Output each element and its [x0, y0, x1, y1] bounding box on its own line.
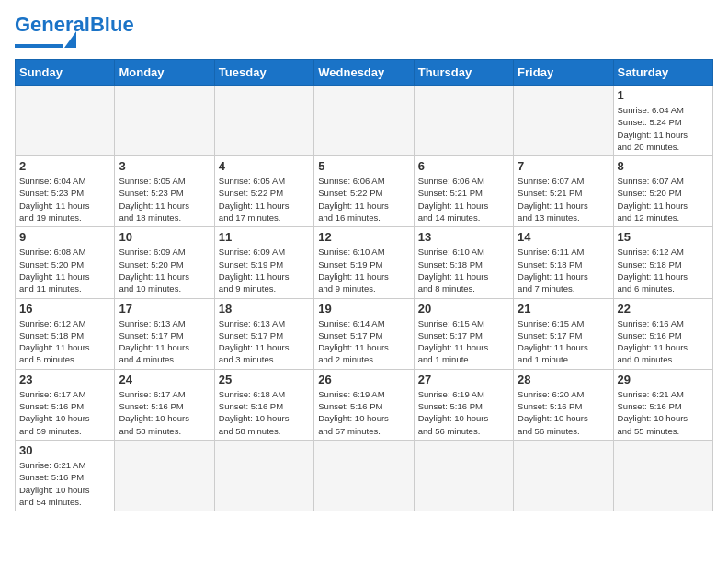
day-number: 5 — [318, 159, 409, 173]
day-number: 8 — [618, 159, 709, 173]
day-number: 29 — [618, 373, 709, 386]
calendar-day-empty — [115, 86, 214, 156]
day-number: 4 — [219, 159, 310, 173]
day-info: Sunrise: 6:17 AM Sunset: 5:16 PM Dayligh… — [19, 388, 110, 437]
calendar-day-26: 26Sunrise: 6:19 AM Sunset: 5:16 PM Dayli… — [314, 369, 414, 440]
day-info: Sunrise: 6:10 AM Sunset: 5:19 PM Dayligh… — [318, 246, 409, 294]
day-info: Sunrise: 6:13 AM Sunset: 5:17 PM Dayligh… — [119, 317, 210, 366]
calendar-day-21: 21Sunrise: 6:15 AM Sunset: 5:17 PM Dayli… — [514, 298, 613, 369]
calendar-day-11: 11Sunrise: 6:09 AM Sunset: 5:19 PM Dayli… — [214, 227, 313, 298]
calendar-day-28: 28Sunrise: 6:20 AM Sunset: 5:16 PM Dayli… — [514, 369, 613, 440]
calendar-day-1: 1Sunrise: 6:04 AM Sunset: 5:24 PM Daylig… — [613, 86, 712, 156]
calendar-day-18: 18Sunrise: 6:13 AM Sunset: 5:17 PM Dayli… — [214, 298, 313, 369]
day-info: Sunrise: 6:21 AM Sunset: 5:16 PM Dayligh… — [618, 388, 709, 437]
calendar-day-2: 2Sunrise: 6:04 AM Sunset: 5:23 PM Daylig… — [16, 156, 115, 227]
day-number: 22 — [618, 302, 709, 316]
calendar-day-17: 17Sunrise: 6:13 AM Sunset: 5:17 PM Dayli… — [115, 298, 214, 369]
logo-blue: Blue — [90, 13, 134, 36]
calendar-day-empty — [414, 86, 513, 156]
calendar-day-24: 24Sunrise: 6:17 AM Sunset: 5:16 PM Dayli… — [115, 369, 214, 440]
calendar-day-empty — [214, 440, 313, 511]
day-number: 30 — [19, 443, 110, 457]
day-info: Sunrise: 6:19 AM Sunset: 5:16 PM Dayligh… — [418, 388, 509, 437]
calendar-week-row: 23Sunrise: 6:17 AM Sunset: 5:16 PM Dayli… — [16, 369, 713, 440]
day-info: Sunrise: 6:14 AM Sunset: 5:17 PM Dayligh… — [318, 317, 409, 366]
calendar-week-row: 2Sunrise: 6:04 AM Sunset: 5:23 PM Daylig… — [16, 156, 713, 227]
calendar-day-10: 10Sunrise: 6:09 AM Sunset: 5:20 PM Dayli… — [115, 227, 214, 298]
day-info: Sunrise: 6:19 AM Sunset: 5:16 PM Dayligh… — [318, 388, 409, 437]
day-info: Sunrise: 6:06 AM Sunset: 5:21 PM Dayligh… — [418, 175, 509, 224]
day-number: 15 — [618, 230, 709, 244]
calendar-day-9: 9Sunrise: 6:08 AM Sunset: 5:20 PM Daylig… — [16, 227, 115, 298]
day-info: Sunrise: 6:09 AM Sunset: 5:20 PM Dayligh… — [119, 246, 210, 294]
day-info: Sunrise: 6:05 AM Sunset: 5:23 PM Dayligh… — [119, 175, 210, 224]
calendar-day-25: 25Sunrise: 6:18 AM Sunset: 5:16 PM Dayli… — [214, 369, 313, 440]
calendar-day-empty — [514, 86, 613, 156]
day-info: Sunrise: 6:20 AM Sunset: 5:16 PM Dayligh… — [518, 388, 609, 437]
calendar-week-row: 9Sunrise: 6:08 AM Sunset: 5:20 PM Daylig… — [16, 227, 713, 298]
day-number: 6 — [418, 159, 509, 173]
calendar-day-5: 5Sunrise: 6:06 AM Sunset: 5:22 PM Daylig… — [314, 156, 414, 227]
weekday-header-row: SundayMondayTuesdayWednesdayThursdayFrid… — [16, 60, 713, 86]
logo-triangle — [64, 31, 76, 48]
calendar-day-12: 12Sunrise: 6:10 AM Sunset: 5:19 PM Dayli… — [314, 227, 414, 298]
day-number: 14 — [518, 230, 609, 244]
calendar-day-14: 14Sunrise: 6:11 AM Sunset: 5:18 PM Dayli… — [514, 227, 613, 298]
day-info: Sunrise: 6:21 AM Sunset: 5:16 PM Dayligh… — [19, 459, 110, 508]
calendar-day-7: 7Sunrise: 6:07 AM Sunset: 5:21 PM Daylig… — [514, 156, 613, 227]
calendar-day-empty — [414, 440, 513, 511]
day-info: Sunrise: 6:04 AM Sunset: 5:24 PM Dayligh… — [618, 104, 709, 153]
day-info: Sunrise: 6:05 AM Sunset: 5:22 PM Dayligh… — [219, 175, 310, 224]
day-number: 20 — [418, 302, 509, 316]
day-info: Sunrise: 6:09 AM Sunset: 5:19 PM Dayligh… — [219, 246, 310, 294]
day-number: 27 — [418, 373, 509, 386]
calendar-day-8: 8Sunrise: 6:07 AM Sunset: 5:20 PM Daylig… — [613, 156, 712, 227]
day-number: 11 — [219, 230, 310, 244]
day-info: Sunrise: 6:10 AM Sunset: 5:18 PM Dayligh… — [418, 246, 509, 294]
calendar-day-29: 29Sunrise: 6:21 AM Sunset: 5:16 PM Dayli… — [613, 369, 712, 440]
day-info: Sunrise: 6:06 AM Sunset: 5:22 PM Dayligh… — [318, 175, 409, 224]
calendar-day-empty — [314, 440, 414, 511]
calendar-week-row: 1Sunrise: 6:04 AM Sunset: 5:24 PM Daylig… — [16, 86, 713, 156]
day-info: Sunrise: 6:15 AM Sunset: 5:17 PM Dayligh… — [418, 317, 509, 366]
day-number: 7 — [518, 159, 609, 173]
weekday-header-wednesday: Wednesday — [314, 60, 414, 86]
day-info: Sunrise: 6:16 AM Sunset: 5:16 PM Dayligh… — [618, 317, 709, 366]
calendar-day-empty — [214, 86, 313, 156]
day-info: Sunrise: 6:07 AM Sunset: 5:20 PM Dayligh… — [618, 175, 709, 224]
calendar-day-22: 22Sunrise: 6:16 AM Sunset: 5:16 PM Dayli… — [613, 298, 712, 369]
weekday-header-sunday: Sunday — [16, 60, 115, 86]
calendar-day-4: 4Sunrise: 6:05 AM Sunset: 5:22 PM Daylig… — [214, 156, 313, 227]
calendar-day-30: 30Sunrise: 6:21 AM Sunset: 5:16 PM Dayli… — [16, 440, 115, 511]
day-number: 28 — [518, 373, 609, 386]
day-number: 19 — [318, 302, 409, 316]
day-info: Sunrise: 6:13 AM Sunset: 5:17 PM Dayligh… — [219, 317, 310, 366]
day-info: Sunrise: 6:04 AM Sunset: 5:23 PM Dayligh… — [19, 175, 110, 224]
calendar-day-3: 3Sunrise: 6:05 AM Sunset: 5:23 PM Daylig… — [115, 156, 214, 227]
calendar-day-empty — [314, 86, 414, 156]
calendar-day-empty — [514, 440, 613, 511]
calendar-day-16: 16Sunrise: 6:12 AM Sunset: 5:18 PM Dayli… — [16, 298, 115, 369]
calendar-week-row: 16Sunrise: 6:12 AM Sunset: 5:18 PM Dayli… — [16, 298, 713, 369]
weekday-header-friday: Friday — [514, 60, 613, 86]
calendar-day-empty — [613, 440, 712, 511]
logo-underline — [15, 44, 63, 48]
calendar-day-15: 15Sunrise: 6:12 AM Sunset: 5:18 PM Dayli… — [613, 227, 712, 298]
day-number: 3 — [119, 159, 210, 173]
calendar-day-20: 20Sunrise: 6:15 AM Sunset: 5:17 PM Dayli… — [414, 298, 513, 369]
weekday-header-monday: Monday — [115, 60, 214, 86]
day-number: 25 — [219, 373, 310, 386]
day-info: Sunrise: 6:07 AM Sunset: 5:21 PM Dayligh… — [518, 175, 609, 224]
calendar-day-27: 27Sunrise: 6:19 AM Sunset: 5:16 PM Dayli… — [414, 369, 513, 440]
day-info: Sunrise: 6:18 AM Sunset: 5:16 PM Dayligh… — [219, 388, 310, 437]
day-number: 23 — [19, 373, 110, 386]
day-number: 21 — [518, 302, 609, 316]
day-number: 10 — [119, 230, 210, 244]
day-info: Sunrise: 6:08 AM Sunset: 5:20 PM Dayligh… — [19, 246, 110, 294]
calendar-day-19: 19Sunrise: 6:14 AM Sunset: 5:17 PM Dayli… — [314, 298, 414, 369]
day-number: 18 — [219, 302, 310, 316]
day-number: 17 — [119, 302, 210, 316]
calendar-day-empty — [16, 86, 115, 156]
calendar-day-23: 23Sunrise: 6:17 AM Sunset: 5:16 PM Dayli… — [16, 369, 115, 440]
day-info: Sunrise: 6:12 AM Sunset: 5:18 PM Dayligh… — [19, 317, 110, 366]
